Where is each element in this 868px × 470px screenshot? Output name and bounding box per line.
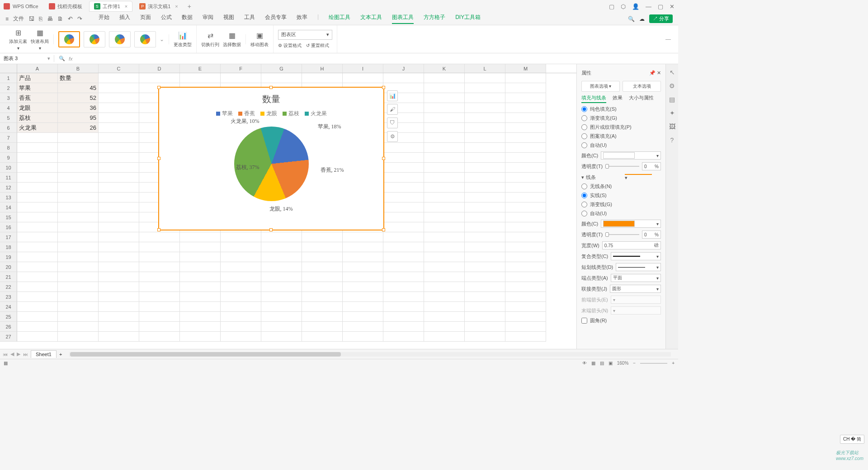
- cell[interactable]: [505, 222, 546, 232]
- cell[interactable]: [383, 173, 424, 183]
- cell[interactable]: [261, 272, 302, 282]
- pin-icon[interactable]: 📌: [649, 70, 656, 75]
- cell[interactable]: [424, 212, 465, 222]
- cell[interactable]: [58, 262, 99, 272]
- text-options-tab[interactable]: 文本选项: [623, 81, 661, 92]
- cell[interactable]: [505, 133, 546, 143]
- cell[interactable]: [221, 282, 261, 292]
- cell[interactable]: 26: [58, 123, 99, 133]
- layers-icon[interactable]: ▤: [669, 96, 675, 103]
- cell[interactable]: [99, 242, 139, 252]
- cell[interactable]: [58, 133, 99, 143]
- cell[interactable]: [17, 183, 58, 193]
- context-tab[interactable]: 方方格子: [424, 14, 445, 24]
- cell[interactable]: [343, 232, 383, 242]
- zoom-out-icon[interactable]: −: [633, 361, 636, 366]
- fill-picture-radio[interactable]: [581, 124, 587, 130]
- chart-elements-icon[interactable]: 📊: [387, 90, 398, 101]
- cell[interactable]: [221, 312, 261, 322]
- row-header[interactable]: 27: [0, 332, 17, 342]
- cell[interactable]: [99, 302, 139, 312]
- cell[interactable]: [58, 202, 99, 212]
- cell[interactable]: 苹果: [17, 83, 58, 93]
- cell[interactable]: [99, 133, 139, 143]
- cell[interactable]: [465, 163, 505, 173]
- cell[interactable]: [58, 312, 99, 322]
- cell[interactable]: [383, 332, 424, 342]
- add-element-button[interactable]: ⊞添加元素 ▾: [9, 28, 27, 51]
- cell[interactable]: [302, 262, 343, 272]
- column-header[interactable]: H: [302, 64, 343, 73]
- cell[interactable]: [261, 232, 302, 242]
- cell[interactable]: [424, 193, 465, 202]
- legend-item[interactable]: 荔枝: [283, 110, 299, 118]
- cell[interactable]: [261, 252, 302, 262]
- cell[interactable]: [505, 252, 546, 262]
- column-header[interactable]: G: [261, 64, 302, 73]
- cell[interactable]: [424, 123, 465, 133]
- legend-item[interactable]: 苹果: [216, 110, 233, 118]
- row-header[interactable]: 9: [0, 153, 17, 163]
- context-tab[interactable]: 绘图工具: [329, 14, 350, 24]
- cell[interactable]: [180, 232, 221, 242]
- line-gradient-radio[interactable]: [581, 202, 587, 207]
- cell[interactable]: [17, 272, 58, 282]
- preview-icon[interactable]: 🗎: [57, 15, 63, 22]
- cell[interactable]: [424, 143, 465, 153]
- window-control-icon[interactable]: ⬡: [621, 3, 626, 10]
- cell[interactable]: [261, 73, 302, 83]
- cell[interactable]: [424, 272, 465, 282]
- cell[interactable]: [424, 282, 465, 292]
- cell[interactable]: [58, 232, 99, 242]
- column-header[interactable]: M: [505, 64, 546, 73]
- cell[interactable]: [139, 292, 180, 302]
- cell[interactable]: [505, 232, 546, 242]
- cell[interactable]: [17, 222, 58, 232]
- cell[interactable]: [383, 302, 424, 312]
- menu-tab[interactable]: 数据: [182, 14, 193, 24]
- legend-item[interactable]: 龙眼: [260, 110, 277, 118]
- column-header[interactable]: C: [99, 64, 139, 73]
- cell[interactable]: [383, 282, 424, 292]
- cell[interactable]: [99, 193, 139, 202]
- cell[interactable]: [221, 332, 261, 342]
- cell[interactable]: [465, 212, 505, 222]
- cell[interactable]: [505, 73, 546, 83]
- cell[interactable]: [17, 232, 58, 242]
- cell[interactable]: [302, 73, 343, 83]
- row-header[interactable]: 16: [0, 222, 17, 232]
- cell[interactable]: [465, 332, 505, 342]
- cell[interactable]: [465, 123, 505, 133]
- cell[interactable]: [424, 252, 465, 262]
- resize-handle[interactable]: [157, 228, 160, 231]
- cell[interactable]: [180, 332, 221, 342]
- zoom-in-icon[interactable]: +: [672, 361, 675, 366]
- cell[interactable]: [424, 292, 465, 302]
- cell[interactable]: [302, 282, 343, 292]
- resize-handle[interactable]: [269, 228, 273, 231]
- cell[interactable]: [302, 242, 343, 252]
- row-header[interactable]: 25: [0, 312, 17, 322]
- help-icon[interactable]: ?: [670, 136, 674, 144]
- cell[interactable]: [261, 282, 302, 292]
- cell[interactable]: [383, 252, 424, 262]
- column-header[interactable]: F: [221, 64, 261, 73]
- row-header[interactable]: 10: [0, 163, 17, 173]
- zoom-value[interactable]: 160%: [617, 361, 629, 366]
- set-format-button[interactable]: ⚙ 设置格式: [278, 42, 302, 49]
- cell[interactable]: [17, 252, 58, 262]
- cell[interactable]: [465, 133, 505, 143]
- ribbon-collapse-icon[interactable]: —: [665, 36, 674, 42]
- cell[interactable]: [465, 272, 505, 282]
- cell[interactable]: [99, 93, 139, 103]
- window-control-icon[interactable]: ▢: [609, 3, 614, 10]
- cell[interactable]: [17, 322, 58, 332]
- menu-tab[interactable]: 公式: [161, 14, 172, 24]
- cell[interactable]: [180, 242, 221, 252]
- cell[interactable]: [505, 292, 546, 302]
- chart-style-icon[interactable]: 🖌: [387, 104, 398, 115]
- column-header[interactable]: J: [383, 64, 424, 73]
- cell[interactable]: [17, 202, 58, 212]
- column-header[interactable]: E: [180, 64, 221, 73]
- fill-line-subtab[interactable]: 填充与线条: [581, 94, 606, 103]
